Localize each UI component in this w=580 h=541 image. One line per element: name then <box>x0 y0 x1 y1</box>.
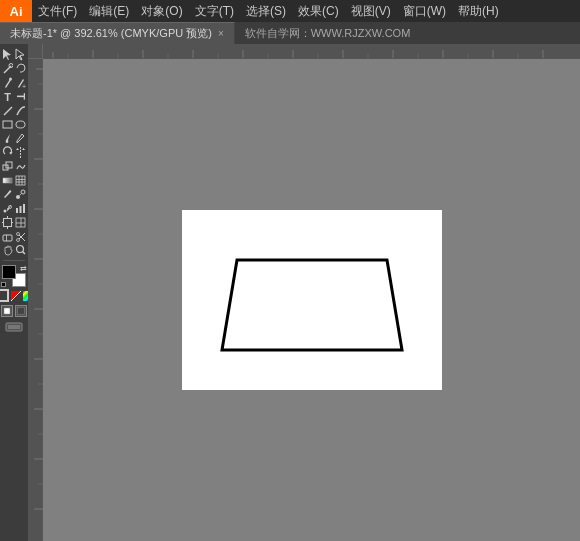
active-tab[interactable]: 未标题-1* @ 392.61% (CMYK/GPU 预览) × <box>0 22 235 44</box>
paintbrush-tool[interactable] <box>2 132 14 145</box>
ellipse-tool[interactable] <box>15 118 27 131</box>
pencil-tool[interactable] <box>15 132 27 145</box>
svg-rect-29 <box>16 208 18 213</box>
blend-tool[interactable] <box>15 188 27 201</box>
artboard-tool[interactable] <box>2 216 14 229</box>
gradient-tool[interactable] <box>2 174 14 187</box>
gradient-mesh-row <box>2 174 27 187</box>
none-button[interactable] <box>11 291 21 301</box>
svg-rect-75 <box>28 59 43 541</box>
direct-selection-tool[interactable] <box>15 48 27 61</box>
symbol-sprayer-tool[interactable] <box>2 202 14 215</box>
svg-marker-3 <box>16 49 24 60</box>
menu-view[interactable]: 视图(V) <box>345 0 397 22</box>
line-tools-row <box>2 104 27 117</box>
svg-marker-14 <box>22 148 25 150</box>
eyedropper-blend-row <box>2 188 27 201</box>
rectangle-tool[interactable] <box>2 118 14 131</box>
vertical-type-tool[interactable]: T <box>15 90 27 103</box>
scale-tool[interactable] <box>2 160 14 173</box>
svg-line-8 <box>4 107 12 115</box>
pen-tool[interactable] <box>2 76 14 89</box>
shape-tools-row <box>2 118 27 131</box>
svg-point-46 <box>17 246 24 253</box>
svg-rect-18 <box>16 176 25 185</box>
column-graph-tool[interactable] <box>15 202 27 215</box>
zoom-tool[interactable] <box>15 244 27 257</box>
svg-text:+: + <box>22 83 26 89</box>
main-layout: + T T <box>0 44 580 541</box>
swap-colors-button[interactable]: ⇄ <box>20 265 27 273</box>
svg-point-26 <box>4 210 7 213</box>
default-colors-button[interactable] <box>1 282 6 287</box>
artboard-slice-row <box>2 216 27 229</box>
app-logo: Ai <box>0 0 32 22</box>
tab-bar: 未标题-1* @ 392.61% (CMYK/GPU 预览) × 软件自学网：W… <box>0 22 580 44</box>
shape-canvas <box>182 210 442 390</box>
eyedropper-tool[interactable] <box>2 188 14 201</box>
toolbar-divider <box>3 260 25 261</box>
reflect-tool[interactable] <box>15 146 27 159</box>
transform-tools-row <box>2 146 27 159</box>
line-tool[interactable] <box>2 104 14 117</box>
svg-rect-52 <box>43 44 580 59</box>
svg-rect-37 <box>16 218 25 227</box>
rotate-tool[interactable] <box>2 146 14 159</box>
canvas-area: /* ticks handled by pattern */ <box>28 44 580 541</box>
mesh-tool[interactable] <box>15 174 27 187</box>
hand-zoom-row <box>2 244 27 257</box>
stroke-button[interactable] <box>0 289 9 302</box>
foreground-color-swatch[interactable] <box>2 265 16 279</box>
slice-tool[interactable] <box>15 216 27 229</box>
type-tools-row: T T <box>2 90 27 103</box>
menu-object[interactable]: 对象(O) <box>135 0 188 22</box>
svg-marker-2 <box>3 49 11 60</box>
ruler-corner <box>28 44 43 59</box>
svg-point-24 <box>21 190 25 194</box>
menu-help[interactable]: 帮助(H) <box>452 0 505 22</box>
svg-line-25 <box>19 193 21 195</box>
svg-rect-9 <box>3 121 12 128</box>
svg-rect-30 <box>20 206 22 213</box>
svg-point-6 <box>9 78 12 81</box>
menu-window[interactable]: 窗口(W) <box>397 0 452 22</box>
selection-tools-row <box>2 48 27 61</box>
fullscreen-view-button[interactable] <box>15 305 27 317</box>
lasso-tool[interactable] <box>15 62 27 75</box>
svg-point-10 <box>16 121 25 128</box>
view-mode-row <box>1 305 27 317</box>
selection-tool[interactable] <box>2 48 14 61</box>
toolbar: + T T <box>0 44 28 541</box>
magic-lasso-row <box>2 62 27 75</box>
canvas-main <box>28 59 580 541</box>
menu-file[interactable]: 文件(F) <box>32 0 83 22</box>
canvas-content[interactable] <box>43 59 580 541</box>
menu-select[interactable]: 选择(S) <box>240 0 292 22</box>
hand-tool[interactable] <box>2 244 14 257</box>
screen-mode-button[interactable] <box>4 321 24 333</box>
symbol-graph-row <box>2 202 27 215</box>
svg-line-47 <box>23 252 26 255</box>
eraser-tool[interactable] <box>2 230 14 243</box>
menu-text[interactable]: 文字(T) <box>189 0 240 22</box>
arc-tool[interactable] <box>15 104 27 117</box>
svg-rect-31 <box>23 204 25 213</box>
scissors-tool[interactable] <box>15 230 27 243</box>
horizontal-ruler: /* ticks handled by pattern */ <box>43 44 580 59</box>
warp-tool[interactable] <box>15 160 27 173</box>
brush-tools-row <box>2 132 27 145</box>
menu-bar: Ai Ai 文件(F) 编辑(E) 对象(O) 文字(T) 选择(S) 效果(C… <box>0 0 580 22</box>
pen-tools-row: + <box>2 76 27 89</box>
trapezoid-shape <box>222 260 402 350</box>
menu-edit[interactable]: 编辑(E) <box>83 0 135 22</box>
vertical-ruler <box>28 59 43 541</box>
magic-wand-tool[interactable] <box>2 62 14 75</box>
tab-close-button[interactable]: × <box>218 28 224 39</box>
type-tool[interactable]: T <box>2 90 14 103</box>
svg-rect-32 <box>4 219 12 227</box>
menu-effect[interactable]: 效果(C) <box>292 0 345 22</box>
add-anchor-tool[interactable]: + <box>15 76 27 89</box>
normal-view-button[interactable] <box>1 305 13 317</box>
eraser-scissors-row <box>2 230 27 243</box>
svg-point-23 <box>16 195 20 199</box>
